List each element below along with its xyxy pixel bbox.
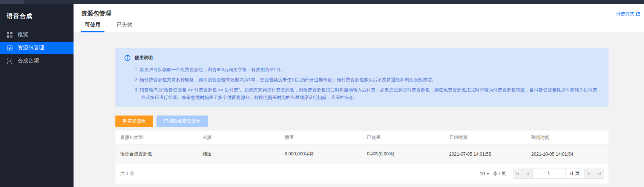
cell-start-time: 2021-07-05 14:01:55	[444, 144, 526, 164]
previous-page-icon	[526, 172, 529, 176]
first-page-button[interactable]	[513, 169, 523, 179]
pagination: 10 ▼ 条 / 页 /1 页	[480, 169, 604, 179]
first-page-icon	[516, 172, 520, 176]
free-package-claimed-button[interactable]: 已领取免费资源包	[156, 116, 208, 127]
table-header-row: 资源包类型 来源 额度 已使用 开始时间 到期时间	[115, 131, 609, 144]
tab-expired[interactable]: 已失效	[113, 18, 136, 32]
cell-used: 0字符(0.00%)	[362, 144, 444, 164]
content: 使用说明 1. 新用户可以领取一个免费资源包，内含800万调用字符，有效期为3个…	[74, 32, 644, 184]
last-page-icon	[597, 172, 601, 176]
sidebar-item-overview[interactable]: 概览	[0, 29, 74, 41]
column-header-expire-time: 到期时间	[526, 131, 609, 144]
buy-package-button[interactable]: 购买资源包	[115, 116, 153, 127]
last-page-button[interactable]	[594, 169, 604, 179]
page-title: 资源包管理	[81, 10, 111, 18]
page-size-select[interactable]: 10 ▼	[480, 171, 489, 176]
table-footer: 共 1 条 10 ▼ 条 / 页	[115, 164, 609, 184]
previous-page-button[interactable]	[523, 169, 533, 179]
external-link-icon	[636, 12, 640, 17]
audio-icon	[7, 58, 12, 64]
sidebar-item-label: 合成音频	[18, 58, 39, 64]
column-header-start-time: 开始时间	[444, 131, 526, 144]
column-header-quota: 额度	[280, 131, 362, 144]
chevron-down-icon: ▼	[486, 172, 490, 176]
total-pages-label: /1 页	[565, 169, 584, 179]
cell-package-type: 语音合成资源包	[115, 144, 198, 164]
next-page-icon	[588, 172, 591, 176]
grid-icon	[7, 32, 12, 38]
resource-package-table-card: 资源包类型 来源 额度 已使用 开始时间 到期时间 语音合成资源包 赠送 8,0…	[115, 131, 609, 184]
info-icon	[124, 55, 130, 61]
notice-title: 使用说明	[135, 55, 153, 61]
cell-quota: 8,000,000字符	[280, 144, 362, 164]
notice-item: 2. 预付费资源包支持多种规格，购买的资源包有效期均为1年，资源包额度未使用完的…	[135, 76, 600, 84]
usage-notice-box: 使用说明 1. 新用户可以领取一个免费资源包，内含800万调用字符，有效期为3个…	[115, 48, 609, 107]
sidebar-product-title: 语音合成	[0, 4, 74, 20]
sidebar-item-resource-packages[interactable]: 资源包管理	[0, 42, 74, 54]
resource-package-table: 资源包类型 来源 额度 已使用 开始时间 到期时间 语音合成资源包 赠送 8,0…	[115, 131, 609, 164]
action-buttons: 购买资源包 已领取免费资源包	[115, 116, 609, 127]
sidebar-item-label: 资源包管理	[18, 44, 44, 51]
next-page-button[interactable]	[584, 169, 594, 179]
notice-item: 1. 新用户可以领取一个免费资源包，内含800万调用字符，有效期为3个月。	[135, 66, 600, 73]
column-header-used: 已使用	[362, 131, 444, 144]
package-icon	[7, 45, 12, 51]
notice-list: 1. 新用户可以领取一个免费资源包，内含800万调用字符，有效期为3个月。 2.…	[124, 66, 600, 101]
topbar-logo-area	[0, 0, 24, 4]
column-header-source: 来源	[198, 131, 280, 144]
page-number-input[interactable]	[532, 169, 566, 179]
per-page-label: 条 / 页	[493, 170, 506, 177]
total-count-label: 共 1 条	[120, 170, 134, 177]
main-area: 资源包管理 计费方式 可使用 已失效 使用说明 1. 新用户可以领取一个免费资源…	[74, 4, 644, 187]
page-size-value: 10	[480, 171, 485, 176]
tab-bar: 可使用 已失效	[81, 18, 144, 32]
cell-expire-time: 2021-10-05 14:01:54	[526, 144, 609, 164]
notice-item: 3. 扣费顺序为“免费资源包 >> 付费资源包 >> 后付费”。如果您未购买付费…	[135, 86, 600, 101]
sidebar-item-label: 概览	[18, 31, 28, 38]
pagination-controls: /1 页	[513, 169, 604, 179]
page-header: 资源包管理 计费方式 可使用 已失效	[74, 4, 644, 32]
table-row: 语音合成资源包 赠送 8,000,000字符 0字符(0.00%) 2021-0…	[115, 144, 609, 164]
tab-available[interactable]: 可使用	[81, 18, 104, 32]
sidebar-item-synth-audio[interactable]: 合成音频	[0, 55, 74, 67]
top-navigation-bar	[0, 0, 644, 4]
billing-link-label: 计费方式	[616, 11, 634, 17]
sidebar: 语音合成 概览 资源包管理 合成音频	[0, 4, 74, 187]
billing-method-link[interactable]: 计费方式	[616, 11, 640, 17]
notice-header: 使用说明	[124, 55, 600, 61]
column-header-type: 资源包类型	[115, 131, 198, 144]
cell-source: 赠送	[198, 144, 280, 164]
sidebar-menu: 概览 资源包管理 合成音频	[0, 29, 74, 67]
